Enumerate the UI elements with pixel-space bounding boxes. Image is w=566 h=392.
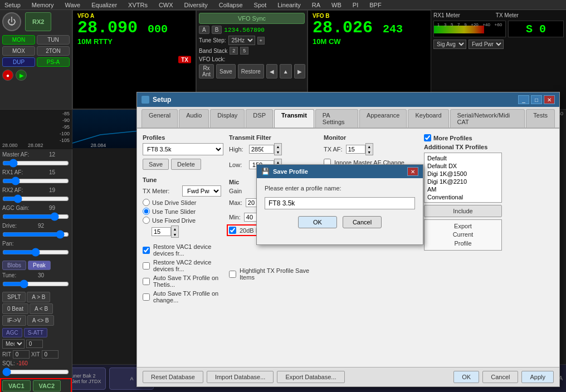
nav-up[interactable]: ▲: [280, 64, 292, 79]
beat-button[interactable]: 0 Beat: [2, 303, 28, 314]
mox-button[interactable]: MOX: [2, 46, 35, 56]
profile-name-input[interactable]: [265, 197, 415, 209]
rx2-af-slider[interactable]: [2, 194, 69, 203]
menu-diversity[interactable]: Diversity: [182, 2, 210, 8]
tab-keyboard[interactable]: Keyboard: [408, 109, 448, 128]
tab-dsp[interactable]: DSP: [246, 109, 273, 128]
tune-step-up[interactable]: +: [257, 37, 265, 45]
tab-transmit[interactable]: Transmit: [274, 109, 314, 128]
tab-pa-settings[interactable]: PA Settings: [315, 109, 358, 128]
fwd-pwr-select[interactable]: Fwd Pwr: [469, 40, 504, 49]
cancel-button[interactable]: Cancel: [482, 371, 518, 383]
profile-default[interactable]: Default: [426, 154, 500, 162]
use-tune-slider-option[interactable]: Use Tune Slider: [143, 208, 223, 215]
menu-pi[interactable]: PI: [350, 2, 360, 8]
tx-af-value[interactable]: [346, 145, 365, 154]
tab-audio[interactable]: Audio: [179, 109, 209, 128]
profile-delete-button[interactable]: Delete: [171, 159, 201, 170]
export-db-button[interactable]: Export Database...: [277, 371, 344, 383]
profile-am[interactable]: AM: [426, 185, 500, 193]
auto-save-thetis-check[interactable]: [143, 278, 150, 285]
dup-button[interactable]: DUP: [2, 57, 35, 67]
menu-collapse[interactable]: Collapse: [217, 2, 245, 8]
tab-tests[interactable]: Tests: [526, 109, 555, 128]
use-fixed-drive-radio[interactable]: [143, 217, 150, 224]
rx1-af-slider[interactable]: [2, 177, 69, 185]
menu-xvtrs[interactable]: XVTRs: [126, 2, 150, 8]
drive-slider[interactable]: [2, 230, 69, 239]
band-stack-2[interactable]: 2: [230, 47, 238, 55]
power-button[interactable]: ⏻: [2, 12, 21, 31]
vac1-button[interactable]: VAC1: [2, 380, 31, 391]
rit-input[interactable]: [13, 350, 30, 359]
splt-button[interactable]: SPLT: [2, 292, 26, 302]
band-stack-5[interactable]: 5: [240, 47, 248, 55]
tx-af-up[interactable]: ▲: [366, 144, 373, 149]
tab-appearance[interactable]: Appearance: [359, 109, 407, 128]
pan-slider[interactable]: [2, 248, 69, 257]
high-up[interactable]: ▲: [275, 144, 281, 149]
tab-display[interactable]: Display: [210, 109, 245, 128]
rx2-button[interactable]: RX2: [25, 12, 51, 31]
vfo-b-button[interactable]: B: [212, 26, 222, 34]
reset-db-button[interactable]: Reset Database: [143, 371, 203, 383]
fixed-drive-up[interactable]: ▲: [172, 226, 178, 232]
profile-conventional[interactable]: Conventional: [426, 193, 500, 201]
nav-right[interactable]: ▶: [294, 64, 305, 79]
mon-button[interactable]: MON: [2, 35, 35, 45]
agc-mode-select[interactable]: Med: [2, 339, 25, 349]
play-button[interactable]: ▶: [16, 70, 27, 81]
use-drive-slider-radio[interactable]: [143, 199, 150, 206]
restore-vac1-check[interactable]: [143, 247, 150, 254]
vfo-a-button[interactable]: A: [199, 26, 209, 34]
import-db-button[interactable]: Import Database...: [207, 371, 274, 383]
profile-save-button[interactable]: Save: [143, 159, 169, 170]
tx-meter-select[interactable]: Fwd Pwr: [182, 185, 221, 197]
highlight-check[interactable]: [229, 271, 236, 278]
fixed-drive-down[interactable]: ▼: [172, 232, 178, 237]
tun-button[interactable]: TUN: [37, 35, 70, 45]
master-af-slider[interactable]: [2, 159, 69, 168]
use-tune-slider-radio[interactable]: [143, 208, 150, 215]
record-button[interactable]: ●: [2, 70, 13, 81]
sql-slider[interactable]: [2, 367, 69, 376]
save-ok-button[interactable]: OK: [298, 216, 337, 228]
if-v-button[interactable]: IF->V: [2, 315, 26, 326]
xit-input[interactable]: [42, 350, 58, 359]
mic-boost-check[interactable]: [229, 227, 236, 234]
vac2-button[interactable]: VAC2: [33, 380, 61, 391]
use-drive-slider-option[interactable]: Use Drive Slider: [143, 199, 223, 206]
use-fixed-drive-option[interactable]: Use Fixed Drive: [143, 217, 223, 224]
profile-digi-1k-1500[interactable]: Digi 1K@1500: [426, 170, 500, 178]
psa-button[interactable]: PS-A: [37, 57, 70, 67]
twoton-button[interactable]: 2TON: [37, 46, 70, 56]
menu-equalizer[interactable]: Equalizer: [89, 2, 119, 8]
include-button[interactable]: Include: [424, 205, 502, 217]
a-b-button[interactable]: A > B: [27, 292, 50, 302]
apply-button[interactable]: Apply: [521, 371, 554, 383]
menu-wave[interactable]: Wave: [62, 2, 82, 8]
agc-button[interactable]: AGC: [2, 328, 22, 337]
close-button[interactable]: ✕: [544, 95, 555, 104]
tab-general[interactable]: General: [142, 109, 178, 128]
a-b2-button[interactable]: A < B: [30, 303, 53, 314]
menu-cwx[interactable]: CWX: [157, 2, 175, 8]
vfo-sync-button[interactable]: VFO Sync: [199, 13, 305, 24]
high-down[interactable]: ▼: [275, 149, 281, 155]
sig-avg-select[interactable]: Sig Avg: [433, 40, 466, 49]
rx-ant-button[interactable]: Rx Ant: [199, 64, 214, 79]
tune-slider[interactable]: [2, 280, 69, 288]
profile-digi-1k-2210[interactable]: Digi 1K@2210: [426, 178, 500, 185]
profile-select[interactable]: FT8 3.5k: [143, 143, 223, 155]
ok-button[interactable]: OK: [453, 371, 479, 383]
nav-left[interactable]: ◀: [266, 64, 277, 79]
agc-value-input[interactable]: [26, 340, 43, 348]
restore-vac2-check[interactable]: [143, 262, 150, 270]
tune-step-select[interactable]: 25Hz: [228, 36, 255, 45]
minimize-button[interactable]: _: [518, 95, 529, 104]
menu-wb[interactable]: WB: [329, 2, 344, 8]
blobs-button[interactable]: Blobs: [2, 261, 26, 270]
auto-save-change-check[interactable]: [143, 293, 150, 301]
peak-button[interactable]: Peak: [28, 261, 51, 270]
menu-memory[interactable]: Memory: [30, 2, 56, 8]
